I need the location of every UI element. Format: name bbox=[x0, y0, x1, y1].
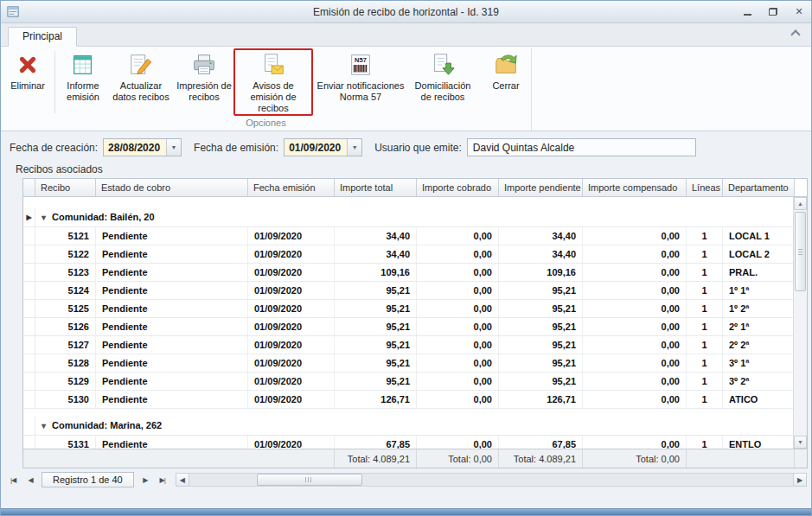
scroll-right-icon[interactable]: ▶ bbox=[793, 473, 807, 487]
row-indicator bbox=[23, 264, 35, 281]
collapse-ribbon-chevron-icon[interactable] bbox=[790, 29, 800, 39]
chevron-down-icon: ▼ bbox=[171, 144, 177, 150]
table-row[interactable]: 5121Pendiente01/09/202034,400,0034,400,0… bbox=[23, 227, 807, 245]
scroll-left-icon[interactable]: ◀ bbox=[176, 473, 189, 487]
footer-blank-cell bbox=[687, 449, 795, 468]
column-header-fecha-emisión[interactable]: Fecha emisión bbox=[248, 179, 335, 196]
table-row[interactable]: 5124Pendiente01/09/202095,210,0095,210,0… bbox=[23, 282, 807, 300]
grid-cell: 0,00 bbox=[417, 245, 499, 263]
grid-cell: 01/09/2020 bbox=[248, 245, 335, 263]
grid-cell: 95,21 bbox=[499, 318, 583, 335]
collapse-chevron-icon[interactable]: ▾ bbox=[42, 213, 46, 222]
table-row[interactable]: 5131Pendiente01/09/202067,850,0067,850,0… bbox=[23, 436, 807, 449]
grid-cell: 01/09/2020 bbox=[248, 373, 335, 390]
avisos-de-emision-de-recibos-button[interactable]: Avisos de emisión de recibos bbox=[233, 48, 313, 116]
grid-cell: 1 bbox=[687, 436, 723, 449]
group-row[interactable]: ▶▾Comunidad: Bailén, 20 bbox=[23, 207, 807, 227]
collapse-chevron-icon[interactable]: ▾ bbox=[42, 421, 46, 430]
report-icon bbox=[69, 51, 97, 79]
scroll-up-icon[interactable]: ▲ bbox=[794, 197, 807, 210]
grid-cell: 5121 bbox=[35, 227, 96, 245]
grid-cell: 0,00 bbox=[583, 336, 687, 354]
fecha-creacion-dropdown-button[interactable]: ▼ bbox=[166, 139, 181, 156]
first-record-button[interactable]: |◀ bbox=[5, 473, 21, 487]
grid-cell: Pendiente bbox=[96, 227, 248, 245]
column-header-líneas[interactable]: Líneas bbox=[687, 179, 723, 196]
restore-button[interactable] bbox=[767, 6, 779, 18]
domiciliacion-de-recibos-button[interactable]: Domiciliación de recibos bbox=[408, 48, 477, 116]
grid-cell: 67,85 bbox=[499, 436, 583, 449]
horizontal-scrollbar[interactable]: ◀ ▶ bbox=[176, 473, 807, 487]
table-row[interactable]: 5128Pendiente01/09/202095,210,0095,210,0… bbox=[23, 354, 807, 373]
informe-emision-button[interactable]: Informe emisión bbox=[59, 48, 107, 116]
cerrar-button[interactable]: Cerrar bbox=[484, 48, 527, 116]
row-indicator bbox=[23, 282, 35, 299]
row-indicator bbox=[23, 336, 35, 354]
column-header-importe-cobrado[interactable]: Importe cobrado bbox=[417, 179, 499, 196]
vertical-scrollbar-thumb[interactable] bbox=[795, 212, 806, 291]
grid-cell: 5126 bbox=[35, 318, 96, 335]
column-header-importe-pendiente[interactable]: Importe pendiente bbox=[499, 179, 583, 196]
footer-total-cell: Total: 4.089,21 bbox=[499, 449, 583, 468]
ribbon-button-label: Cerrar bbox=[492, 80, 519, 92]
eliminar-button[interactable]: Eliminar bbox=[4, 48, 51, 116]
last-record-button[interactable]: ▶| bbox=[155, 473, 170, 487]
table-row[interactable]: 5129Pendiente01/09/202095,210,0095,210,0… bbox=[23, 373, 807, 391]
header-form: Fecha de creación: 28/08/2020 ▼ Fecha de… bbox=[3, 137, 809, 163]
grid-cell: LOCAL 2 bbox=[723, 245, 795, 263]
grid-cell: 95,21 bbox=[499, 354, 583, 372]
tab-strip: Principal bbox=[1, 23, 811, 47]
group-row[interactable]: ▾Comunidad: Marina, 262 bbox=[23, 416, 807, 436]
fecha-creacion-field[interactable]: 28/08/2020 ▼ bbox=[103, 138, 182, 156]
grid-cell: 1º 1ª bbox=[723, 282, 795, 299]
horizontal-scrollbar-track[interactable] bbox=[189, 473, 793, 487]
grid-cell: 126,71 bbox=[499, 391, 583, 408]
vertical-scrollbar[interactable]: ▲ ▼ bbox=[793, 197, 807, 449]
scroll-down-icon[interactable]: ▼ bbox=[794, 436, 807, 449]
group-header-cell: ▾Comunidad: Marina, 262 bbox=[35, 416, 795, 435]
column-header-importe-compensado[interactable]: Importe compensado bbox=[583, 179, 687, 196]
grid-cell: ATICO bbox=[723, 391, 795, 408]
column-header-estado-de-cobro[interactable]: Estado de cobro bbox=[96, 179, 248, 196]
column-header-recibo[interactable]: Recibo bbox=[35, 179, 96, 196]
grid-cell: 34,40 bbox=[499, 245, 583, 263]
row-indicator bbox=[23, 318, 35, 335]
fecha-emision-field[interactable]: 01/09/2020 ▼ bbox=[284, 138, 362, 156]
enviar-notificaciones-norma-57-button[interactable]: N57Enviar notificaciones Norma 57 bbox=[313, 48, 408, 116]
title-bar[interactable]: Emisión de recibo de horizontal - Id. 31… bbox=[1, 1, 811, 23]
grid-cell: 0,00 bbox=[417, 318, 499, 335]
table-row[interactable]: 5126Pendiente01/09/202095,210,0095,210,0… bbox=[23, 318, 807, 336]
column-header-departamento[interactable]: Departamento bbox=[723, 179, 795, 196]
tab-principal[interactable]: Principal bbox=[8, 27, 77, 47]
column-header-importe-total[interactable]: Importe total bbox=[335, 179, 417, 196]
table-row[interactable]: 5130Pendiente01/09/2020126,710,00126,710… bbox=[23, 391, 807, 409]
next-record-button[interactable]: ▶ bbox=[137, 473, 153, 487]
close-button[interactable]: ✕ bbox=[793, 6, 805, 18]
grid-cell: 0,00 bbox=[417, 264, 499, 281]
table-row[interactable]: 5127Pendiente01/09/202095,210,0095,210,0… bbox=[23, 336, 807, 354]
vertical-scrollbar-track[interactable] bbox=[794, 210, 807, 436]
close-icon: ✕ bbox=[795, 6, 802, 17]
record-navigator: |◀ ◀ Registro 1 de 40 ▶ ▶| ◀ ▶ bbox=[3, 471, 809, 488]
actualizar-datos-recibos-button[interactable]: Actualizar datos recibos bbox=[107, 48, 175, 116]
fecha-creacion-value[interactable]: 28/08/2020 bbox=[104, 139, 166, 156]
previous-record-button[interactable]: ◀ bbox=[22, 473, 38, 487]
horizontal-scrollbar-thumb[interactable] bbox=[257, 474, 362, 486]
table-row[interactable]: 5122Pendiente01/09/202034,400,0034,400,0… bbox=[23, 245, 807, 264]
restore-icon bbox=[769, 8, 777, 16]
ribbon-button-label: Avisos de emisión de recibos bbox=[235, 80, 311, 114]
grid-cell: 01/09/2020 bbox=[248, 318, 335, 335]
grid-cell: 0,00 bbox=[417, 227, 499, 245]
usuario-field[interactable]: David Quintas Alcalde bbox=[467, 138, 696, 156]
minimize-icon bbox=[744, 9, 751, 16]
table-row[interactable]: 5123Pendiente01/09/2020109,160,00109,160… bbox=[23, 264, 807, 282]
fecha-emision-value[interactable]: 01/09/2020 bbox=[285, 139, 347, 156]
row-indicator bbox=[23, 373, 35, 390]
impresion-de-recibos-button[interactable]: Impresión de recibos bbox=[175, 48, 233, 116]
fecha-emision-dropdown-button[interactable]: ▼ bbox=[347, 139, 361, 156]
grid-cell: 95,21 bbox=[335, 300, 417, 317]
record-counter: Registro 1 de 40 bbox=[42, 472, 134, 487]
minimize-button[interactable] bbox=[741, 6, 753, 18]
table-row[interactable]: 5125Pendiente01/09/202095,210,0095,210,0… bbox=[23, 300, 807, 318]
grid-cell: 1º 2ª bbox=[723, 300, 795, 317]
